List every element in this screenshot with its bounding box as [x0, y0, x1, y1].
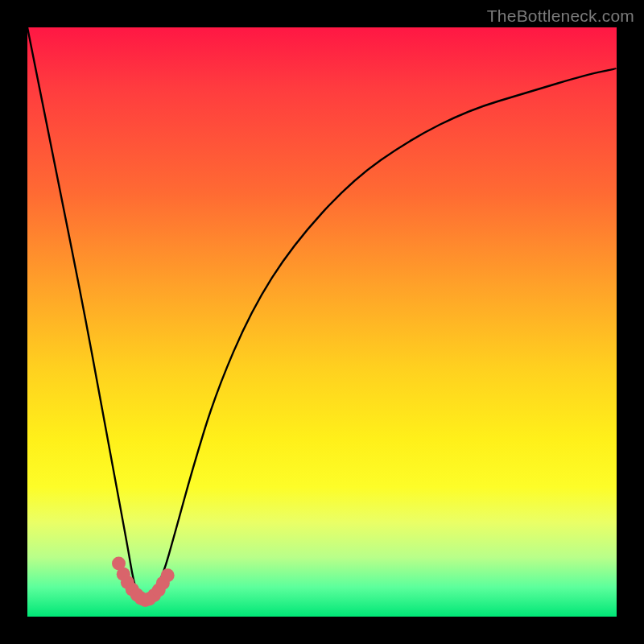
chart-frame: TheBottleneck.com — [0, 0, 644, 644]
watermark-text: TheBottleneck.com — [487, 6, 634, 26]
bottleneck-curve-svg — [27, 27, 617, 617]
plot-area — [27, 27, 617, 617]
highlight-dot — [161, 568, 175, 582]
bottleneck-curve — [27, 27, 617, 604]
